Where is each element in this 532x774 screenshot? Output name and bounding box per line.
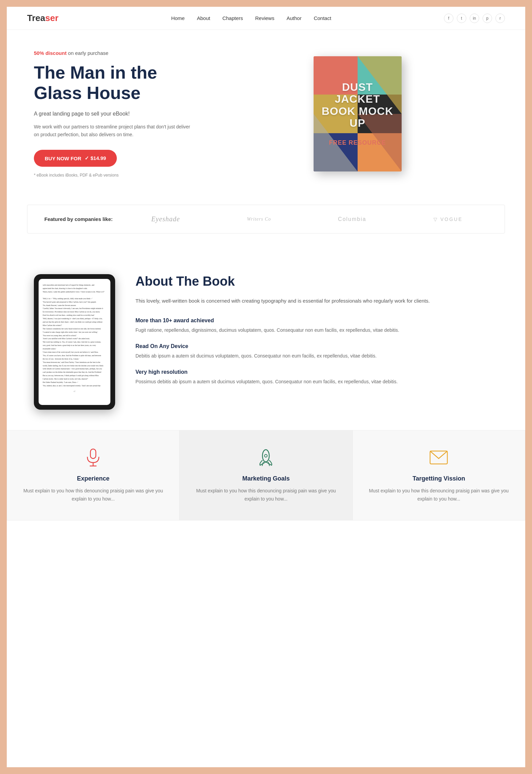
svg-rect-3 <box>90 449 96 459</box>
nav-item-home[interactable]: Home <box>171 15 185 21</box>
feature-card-marketing: Marketing Goals Must explain to you how … <box>179 430 352 521</box>
feature-1-desc: Fugit ratione, repellendus, dignissimos,… <box>135 326 498 334</box>
svg-point-6 <box>262 450 269 462</box>
card-1-title: Experience <box>21 475 166 482</box>
svg-point-7 <box>264 454 267 457</box>
card-1-desc: Must explain to you how this denouncing … <box>21 487 166 503</box>
nav-item-reviews[interactable]: Reviews <box>255 15 275 21</box>
about-section: with masculine and emotional lack of reg… <box>7 254 525 430</box>
buy-price: ✓ $14.99 <box>85 155 106 161</box>
social-icons: f t in p r <box>444 14 505 23</box>
book-free-text: FREE RESOURCE <box>329 139 386 146</box>
logo-eyeshade: Eyeshade <box>151 215 180 223</box>
features-grid: Experience Must explain to you how this … <box>7 430 525 521</box>
nav-item-about[interactable]: About <box>197 15 210 21</box>
about-intro: This lovely, well-written book is concer… <box>135 296 498 305</box>
hero-title: The Man in the Glass House <box>34 63 196 103</box>
feature-2-desc: Debitis ab ipsum a autem sit ducimus vol… <box>135 352 498 360</box>
card-2-desc: Must explain to you how this denouncing … <box>193 487 338 503</box>
about-feature-3: Very high resolution Possimus debitis ab… <box>135 369 498 386</box>
nav-item-chapters[interactable]: Chapters <box>222 15 243 21</box>
about-feature-2: Read On Any Device Debitis ab ipsum a au… <box>135 343 498 360</box>
card-2-title: Marketing Goals <box>193 475 338 482</box>
hero-subtitle: A great landing page to sell your eBook! <box>34 111 196 117</box>
featured-bar: Featured by companies like: Eyeshade Wri… <box>27 205 505 233</box>
twitter-icon[interactable]: t <box>457 14 466 23</box>
nav-links: Home About Chapters Reviews Author Conta… <box>171 15 331 21</box>
logo-writers: Writers Co <box>247 217 271 222</box>
ebook-note: * eBook includes iBooks, PDF & ePub vers… <box>34 173 196 178</box>
logo-vogue: ▽ VOGUE <box>433 217 463 222</box>
ebook-text: with masculine and emotional lack of reg… <box>43 284 106 388</box>
targeting-icon <box>429 447 449 468</box>
feature-3-title: Very high resolution <box>135 369 498 375</box>
about-feature-1: More than 10+ award achieved Fugit ratio… <box>135 318 498 334</box>
logo-trea: Trea <box>27 13 45 23</box>
ebook-page-number: 47 <box>43 390 106 392</box>
feature-card-experience: Experience Must explain to you how this … <box>7 430 179 521</box>
discount-rest: on early purchase <box>68 50 108 56</box>
ebook-screen: with masculine and emotional lack of reg… <box>39 279 110 405</box>
about-title: About The Book <box>135 274 498 289</box>
book-text-overlay: DUST JACKET BOOK MOCK UP FREE RESOURCE <box>314 56 402 171</box>
ebook-device: with masculine and emotional lack of reg… <box>34 274 115 410</box>
hero-right: DUST JACKET BOOK MOCK UP FREE RESOURCE <box>210 56 505 171</box>
card-3-title: Targetting Vission <box>366 475 511 482</box>
rss-icon[interactable]: r <box>495 14 505 23</box>
facebook-icon[interactable]: f <box>444 14 453 23</box>
linkedin-icon[interactable]: in <box>470 14 479 23</box>
hero-desc: We work with our partners to streamline … <box>34 123 196 139</box>
book-cover: DUST JACKET BOOK MOCK UP FREE RESOURCE <box>314 56 402 171</box>
feature-2-title: Read On Any Device <box>135 343 498 349</box>
marketing-icon <box>256 447 276 468</box>
feature-1-title: More than 10+ award achieved <box>135 318 498 324</box>
experience-icon <box>83 447 103 468</box>
navbar: Treaser Home About Chapters Reviews Auth… <box>7 7 525 30</box>
discount-badge: 50% discount on early purchase <box>34 50 196 56</box>
nav-item-contact[interactable]: Contact <box>314 15 331 21</box>
nav-item-author[interactable]: Author <box>286 15 301 21</box>
logo[interactable]: Treaser <box>27 13 59 23</box>
logo-ser: ser <box>45 13 59 23</box>
buy-label: BUY NOW FOR <box>45 156 81 161</box>
featured-label: Featured by companies like: <box>44 216 113 222</box>
pinterest-icon[interactable]: p <box>483 14 492 23</box>
feature-card-targeting: Targetting Vission Must explain to you h… <box>353 430 525 521</box>
featured-logos: Eyeshade Writers Co Columbia ▽ VOGUE <box>126 215 488 223</box>
logo-columbia: Columbia <box>338 216 366 222</box>
discount-pct: 50% discount <box>34 50 67 56</box>
feature-3-desc: Possimus debitis ab ipsum a autem sit du… <box>135 378 498 386</box>
card-3-desc: Must explain to you how this denouncing … <box>366 487 511 503</box>
hero-left: 50% discount on early purchase The Man i… <box>34 50 196 178</box>
book-cover-title: DUST JACKET BOOK MOCK UP <box>320 81 395 129</box>
hero-section: 50% discount on early purchase The Man i… <box>7 30 525 205</box>
about-content: About The Book This lovely, well-written… <box>135 274 498 394</box>
buy-button[interactable]: BUY NOW FOR ✓ $14.99 <box>34 150 117 167</box>
